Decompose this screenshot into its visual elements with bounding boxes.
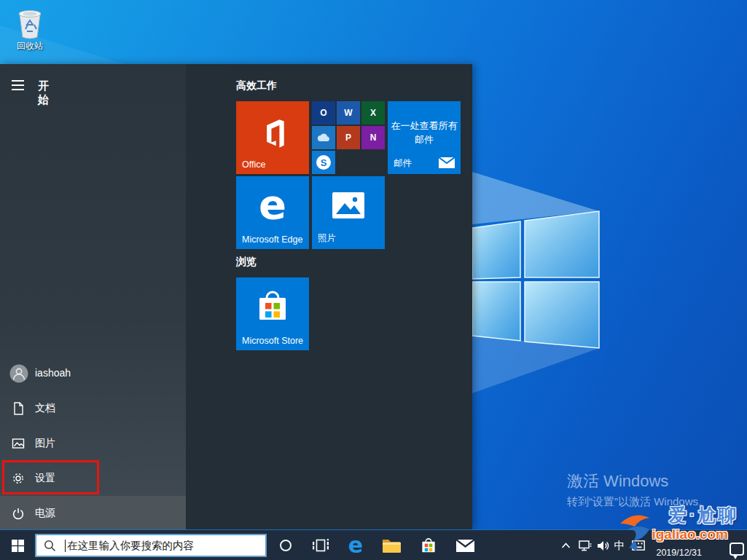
recycle-bin-icon xyxy=(15,7,44,39)
task-view-button[interactable] xyxy=(306,530,335,560)
sidebar-documents-label: 文档 xyxy=(35,402,55,415)
tile-group-office-apps: O W X P N S xyxy=(312,101,385,174)
tray-clock[interactable]: 2019/12/31 xyxy=(656,530,702,560)
tray-volume-button[interactable] xyxy=(594,530,611,560)
edge-icon: e xyxy=(259,181,286,228)
onenote-icon: N xyxy=(370,133,377,143)
desktop-screen: 回收站 激活 Windows 转到“设置”以激活 Windows。 开始 ias… xyxy=(0,0,747,560)
powerpoint-icon: P xyxy=(345,133,351,143)
store-taskbar-icon xyxy=(421,537,437,554)
sidebar-item-user[interactable]: iashoah xyxy=(0,356,186,391)
sidebar-power-label: 电源 xyxy=(35,507,55,520)
tile-mail[interactable]: 在一处查看所有 邮件 邮件 xyxy=(388,101,461,174)
group-label-explore: 浏览 xyxy=(236,256,257,269)
file-explorer-icon xyxy=(382,538,401,553)
hamburger-menu-icon[interactable] xyxy=(12,80,24,90)
tile-photos[interactable]: 照片 xyxy=(312,176,385,249)
mail-taskbar-icon xyxy=(456,540,474,552)
tray-date: 2019/12/31 xyxy=(656,548,702,558)
touch-keyboard-icon xyxy=(632,540,645,551)
start-button[interactable] xyxy=(3,530,32,560)
mail-taskbar-button[interactable] xyxy=(450,530,480,560)
activation-title: 激活 Windows xyxy=(567,470,709,492)
tile-mail-live-text: 在一处查看所有 邮件 xyxy=(388,119,461,146)
power-icon xyxy=(11,506,26,521)
tile-office-label: Office xyxy=(242,159,265,170)
annotation-red-box xyxy=(2,460,99,494)
word-icon: W xyxy=(344,108,352,118)
ime-indicator: 中 xyxy=(614,539,625,553)
tray-network-button[interactable] xyxy=(576,530,595,560)
tile-skype[interactable]: S xyxy=(312,151,335,174)
tray-ime-button[interactable]: 中 xyxy=(611,530,628,560)
tray-keyboard-button[interactable] xyxy=(629,530,648,560)
user-avatar-icon xyxy=(9,364,28,383)
cortana-button[interactable] xyxy=(271,530,300,560)
windows-logo-icon xyxy=(12,540,24,552)
excel-icon: X xyxy=(370,108,376,118)
text-caret xyxy=(65,540,66,552)
activation-watermark: 激活 Windows 转到“设置”以激活 Windows。 xyxy=(567,470,709,509)
taskbar-search-input[interactable]: 在这里输入你要搜索的内容 xyxy=(34,533,267,558)
search-placeholder-text: 在这里输入你要搜索的内容 xyxy=(67,539,194,553)
file-explorer-button[interactable] xyxy=(377,530,406,560)
tile-office[interactable]: Office xyxy=(236,101,309,174)
tile-outlook[interactable]: O xyxy=(312,101,335,125)
pictures-icon xyxy=(11,436,26,451)
tile-powerpoint[interactable]: P xyxy=(337,126,360,149)
photos-icon xyxy=(332,192,364,218)
cortana-icon xyxy=(280,540,292,551)
onedrive-cloud-icon xyxy=(316,133,331,142)
sidebar-pictures-label: 图片 xyxy=(35,437,55,450)
edge-taskbar-icon: e xyxy=(348,533,363,558)
search-icon xyxy=(44,540,56,552)
activation-subtitle: 转到“设置”以激活 Windows。 xyxy=(567,495,709,509)
mail-envelope-icon xyxy=(439,157,455,168)
office-icon xyxy=(257,114,289,152)
tile-edge-label: Microsoft Edge xyxy=(242,234,302,245)
tile-mail-label: 邮件 xyxy=(394,157,412,170)
volume-icon xyxy=(597,540,609,551)
tile-photos-label: 照片 xyxy=(318,232,336,245)
sidebar-item-pictures[interactable]: 图片 xyxy=(0,426,186,461)
sidebar-item-power[interactable]: 电源 xyxy=(0,496,186,529)
start-menu: 开始 iashoah 文档 图片 xyxy=(0,64,472,529)
group-label-productivity: 高效工作 xyxy=(236,79,277,92)
tray-chevron-button[interactable] xyxy=(557,530,574,560)
tile-excel[interactable]: X xyxy=(361,101,385,125)
edge-taskbar-button[interactable]: e xyxy=(341,530,370,560)
recycle-bin[interactable]: 回收站 xyxy=(9,7,51,52)
taskbar: 在这里输入你要搜索的内容 e xyxy=(0,529,747,560)
sidebar-user-label: iashoah xyxy=(35,367,71,379)
tile-word[interactable]: W xyxy=(337,101,360,125)
tile-store-label: Microsoft Store xyxy=(242,336,303,346)
sidebar-item-documents[interactable]: 文档 xyxy=(0,391,186,426)
tile-onenote[interactable]: N xyxy=(361,126,385,149)
skype-icon: S xyxy=(316,155,331,170)
document-icon xyxy=(11,401,26,416)
store-taskbar-button[interactable] xyxy=(414,530,443,560)
recycle-bin-label: 回收站 xyxy=(9,40,51,52)
tile-onedrive[interactable] xyxy=(312,126,335,149)
tile-microsoft-store[interactable]: Microsoft Store xyxy=(236,277,309,350)
outlook-icon: O xyxy=(320,108,326,118)
start-menu-title: 开始 xyxy=(38,79,49,107)
network-icon xyxy=(579,540,592,551)
tile-microsoft-edge[interactable]: e Microsoft Edge xyxy=(236,176,309,249)
task-view-icon xyxy=(313,539,329,552)
chevron-up-icon xyxy=(561,543,571,548)
store-icon xyxy=(257,289,288,324)
